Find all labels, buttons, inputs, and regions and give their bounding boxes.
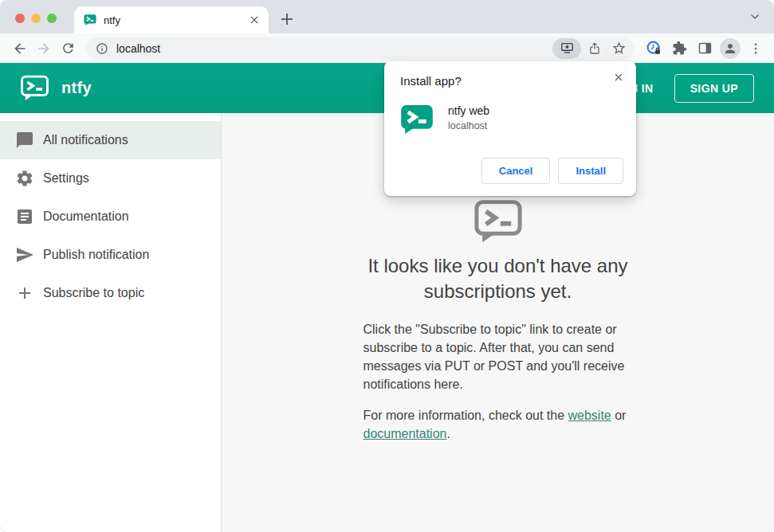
window-controls [15, 14, 57, 23]
sidebar-item-label: All notifications [43, 133, 128, 147]
gear-icon [15, 169, 34, 188]
empty-state-heading: It looks like you don't have any subscri… [323, 253, 674, 304]
forward-icon[interactable] [32, 37, 56, 61]
address-text[interactable]: localhost [116, 42, 549, 55]
tab-title: ntfy [104, 14, 248, 26]
para2-prefix: For more information, check out the [363, 409, 568, 422]
maximize-window-button[interactable] [47, 14, 57, 23]
sidebar-item-all-notifications[interactable]: All notifications [0, 121, 221, 159]
install-app-icon[interactable] [552, 38, 581, 59]
new-tab-icon[interactable] [277, 10, 297, 29]
sign-up-button[interactable]: SIGN UP [674, 74, 754, 103]
ntfy-logo-large-icon [473, 199, 524, 244]
sidebar: All notifications Settings Documentation… [0, 113, 222, 532]
ntfy-app-icon [400, 103, 434, 136]
dialog-app-origin: localhost [448, 120, 489, 131]
bookmark-star-icon[interactable] [608, 38, 629, 59]
refresh-icon[interactable] [56, 37, 80, 61]
cancel-button[interactable]: Cancel [481, 158, 551, 184]
sidebar-item-label: Documentation [43, 209, 129, 224]
address-bar[interactable]: localhost [86, 37, 634, 60]
dialog-title: Install app? [400, 74, 620, 88]
send-icon [15, 245, 34, 264]
para2-middle: or [611, 409, 627, 422]
sidebar-item-subscribe-to-topic[interactable]: Subscribe to topic [0, 274, 221, 312]
menu-dots-icon[interactable] [745, 38, 766, 59]
ntfy-favicon-icon [84, 14, 96, 26]
sidebar-item-label: Publish notification [43, 248, 149, 262]
empty-state-links-paragraph: For more information, check out the webs… [363, 406, 633, 443]
sidebar-item-documentation[interactable]: Documentation [0, 198, 221, 236]
extensions-puzzle-icon[interactable] [669, 38, 690, 59]
app-title: ntfy [61, 79, 92, 97]
ntfy-logo-icon [20, 75, 49, 101]
empty-state-paragraph: Click the "Subscribe to topic" link to c… [363, 320, 633, 393]
install-button[interactable]: Install [558, 158, 623, 184]
sidebar-item-publish-notification[interactable]: Publish notification [0, 236, 221, 274]
privacy-extension-icon[interactable] [643, 38, 664, 59]
chat-icon [15, 131, 34, 150]
plus-icon [15, 284, 34, 303]
sidebar-item-label: Settings [43, 171, 89, 186]
toolbar-extensions-area [643, 38, 766, 59]
browser-tab[interactable]: ntfy [74, 6, 269, 33]
documentation-link[interactable]: documentation [363, 427, 447, 440]
info-icon[interactable] [96, 42, 108, 55]
back-icon[interactable] [8, 37, 32, 61]
profile-icon[interactable] [720, 38, 741, 59]
sidebar-item-label: Subscribe to topic [43, 286, 144, 300]
sidebar-item-settings[interactable]: Settings [0, 159, 221, 198]
close-window-button[interactable] [15, 14, 25, 23]
install-app-dialog: Install app? ntfy web localhost Cancel I… [384, 61, 636, 196]
tab-strip: ntfy [0, 0, 774, 33]
website-link[interactable]: website [568, 409, 611, 422]
browser-toolbar: localhost [0, 33, 774, 63]
article-icon [15, 207, 34, 226]
close-icon[interactable] [612, 71, 625, 84]
tab-close-icon[interactable] [248, 14, 261, 26]
minimize-window-button[interactable] [31, 14, 41, 23]
side-panel-icon[interactable] [694, 38, 715, 59]
share-icon[interactable] [584, 38, 605, 59]
dialog-app-row: ntfy web localhost [400, 103, 620, 136]
browser-window: ntfy localhost [0, 0, 774, 532]
dialog-app-name: ntfy web [448, 104, 489, 117]
para2-suffix: . [446, 427, 450, 440]
chevron-down-icon[interactable] [748, 10, 761, 23]
